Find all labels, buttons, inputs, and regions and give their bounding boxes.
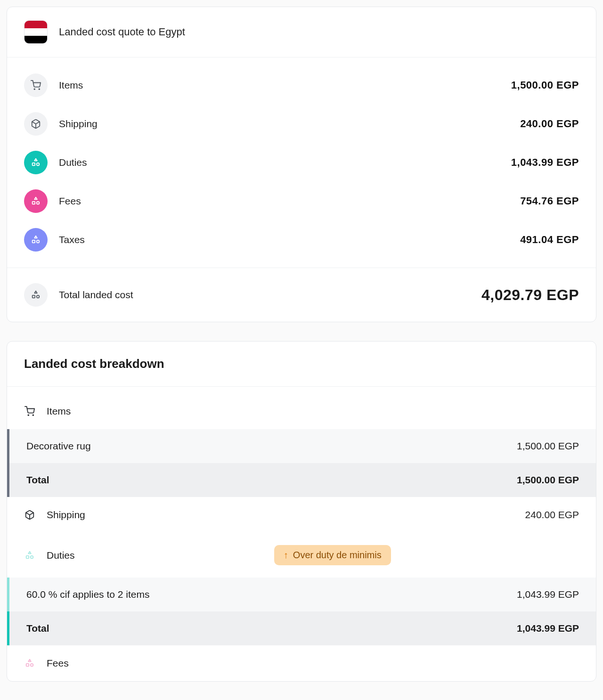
breakdown-item-row: Decorative rug 1,500.00 EGP	[7, 429, 596, 463]
duties-section-head: Duties ↑ Over duty de minimis	[7, 533, 596, 578]
box-icon	[24, 112, 48, 136]
duties-total-value: 1,043.99 EGP	[517, 623, 579, 634]
item-name: Decorative rug	[26, 440, 517, 452]
breakdown-header: Landed cost breakdown	[7, 342, 596, 387]
duties-total-row: Total 1,043.99 EGP	[7, 611, 596, 645]
svg-point-0	[34, 89, 35, 90]
svg-point-12	[33, 415, 33, 415]
summary-row-fees: Fees 754.76 EGP	[24, 182, 579, 220]
duties-line-value: 1,043.99 EGP	[517, 589, 579, 600]
summary-row-items: Items 1,500.00 EGP	[24, 66, 579, 105]
items-section-head: Items	[7, 387, 596, 429]
quote-header: Landed cost quote to Egypt	[7, 7, 596, 57]
summary-row-taxes: Taxes 491.04 EGP	[24, 220, 579, 259]
items-label: Items	[47, 406, 579, 417]
total-label: Total landed cost	[59, 289, 470, 301]
svg-point-8	[37, 240, 40, 243]
svg-point-4	[37, 163, 40, 166]
shapes-icon	[24, 283, 48, 307]
svg-rect-14	[26, 555, 29, 558]
items-total-label: Total	[26, 474, 517, 486]
breakdown-title: Landed cost breakdown	[24, 357, 579, 371]
duties-line-label: 60.0 % cif applies to 2 items	[26, 589, 517, 600]
duties-total-label: Total	[26, 623, 517, 634]
duties-line-row: 60.0 % cif applies to 2 items 1,043.99 E…	[7, 578, 596, 611]
badge-text: Over duty de minimis	[293, 550, 382, 561]
summary-value: 240.00 EGP	[520, 118, 579, 130]
svg-point-1	[39, 89, 40, 90]
svg-rect-7	[33, 240, 35, 243]
summary-value: 754.76 EGP	[520, 195, 579, 207]
summary-label: Shipping	[59, 118, 509, 130]
svg-rect-16	[26, 664, 29, 667]
summary-list: Items 1,500.00 EGP Shipping 240.00 EGP D…	[7, 57, 596, 268]
shipping-value: 240.00 EGP	[525, 509, 579, 521]
svg-point-11	[28, 415, 29, 415]
svg-point-10	[37, 295, 40, 298]
summary-value: 1,043.99 EGP	[511, 156, 579, 169]
shipping-row: Shipping 240.00 EGP	[7, 497, 596, 533]
shapes-icon	[24, 151, 48, 174]
total-value: 4,029.79 EGP	[481, 286, 579, 304]
summary-value: 1,500.00 EGP	[511, 79, 579, 91]
shapes-icon	[24, 189, 48, 213]
quote-card: Landed cost quote to Egypt Items 1,500.0…	[7, 7, 596, 322]
duties-label: Duties	[47, 550, 75, 561]
summary-value: 491.04 EGP	[520, 234, 579, 246]
summary-label: Items	[59, 80, 500, 91]
shapes-icon	[24, 658, 35, 669]
summary-label: Fees	[59, 195, 509, 207]
de-minimis-badge: ↑ Over duty de minimis	[274, 545, 391, 565]
shapes-icon	[24, 550, 35, 561]
item-value: 1,500.00 EGP	[517, 440, 579, 452]
shapes-icon	[24, 228, 48, 252]
cart-icon	[24, 73, 48, 97]
fees-label: Fees	[47, 658, 69, 669]
summary-label: Taxes	[59, 234, 509, 245]
summary-label: Duties	[59, 157, 500, 168]
svg-rect-5	[33, 202, 35, 204]
svg-rect-9	[33, 295, 35, 298]
items-total-row: Total 1,500.00 EGP	[7, 463, 596, 497]
box-icon	[24, 509, 35, 521]
summary-row-duties: Duties 1,043.99 EGP	[24, 143, 579, 182]
quote-title: Landed cost quote to Egypt	[59, 26, 185, 38]
svg-rect-3	[33, 163, 35, 166]
svg-point-15	[31, 555, 33, 558]
items-total-value: 1,500.00 EGP	[517, 474, 579, 486]
breakdown-card: Landed cost breakdown Items Decorative r…	[7, 341, 596, 682]
shipping-label: Shipping	[47, 509, 514, 521]
fees-section-head: Fees	[7, 645, 596, 681]
summary-row-shipping: Shipping 240.00 EGP	[24, 105, 579, 143]
svg-point-6	[37, 202, 40, 204]
cart-icon	[24, 406, 35, 417]
total-row: Total landed cost 4,029.79 EGP	[7, 268, 596, 322]
svg-point-17	[31, 664, 33, 667]
arrow-up-icon: ↑	[284, 550, 288, 561]
egypt-flag-icon	[24, 20, 48, 44]
